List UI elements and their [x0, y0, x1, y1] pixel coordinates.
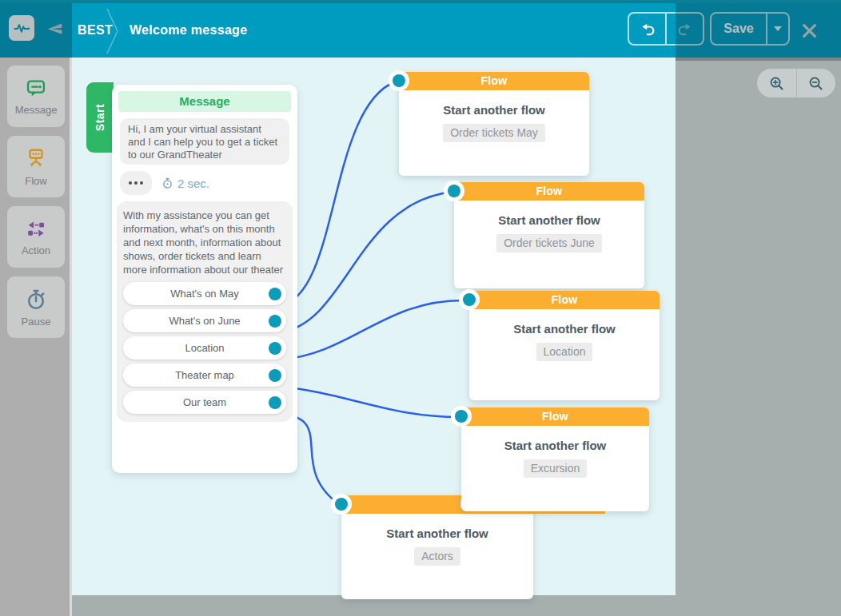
wire-whats-on-may: [281, 81, 396, 305]
input-port[interactable]: [451, 406, 472, 427]
typing-indicator: [120, 171, 152, 195]
flow-node-order-tickets-june[interactable]: Flow Start another flow Order tickets Ju…: [454, 182, 644, 288]
action-arrows-icon: [24, 218, 48, 240]
delay-stopwatch-icon: [161, 177, 173, 190]
flow-node-order-tickets-may[interactable]: Flow Start another flow Order tickets Ma…: [399, 72, 589, 176]
top-bar: BEST Welcome message Save: [0, 0, 841, 58]
undo-button[interactable]: [629, 14, 665, 44]
delay-row: 2 sec.: [120, 171, 289, 195]
flow-node-title: Start another flow: [469, 322, 660, 336]
page-title: Welcome message: [130, 3, 247, 58]
palette-item-pause[interactable]: Pause: [7, 276, 65, 338]
save-button[interactable]: Save: [711, 14, 766, 44]
flow-editor: BEST Welcome message Save: [0, 0, 841, 616]
wire-theater-map: [281, 387, 460, 417]
quick-reply-whats-on-june[interactable]: What's on June: [123, 309, 286, 332]
flow-node-excursion[interactable]: Flow Start another flow Excursion: [461, 407, 649, 511]
stopwatch-icon: [24, 288, 48, 312]
input-port[interactable]: [389, 70, 409, 91]
input-port[interactable]: [444, 181, 464, 201]
flow-target-chip: Location: [536, 343, 593, 361]
connector-port[interactable]: [269, 288, 281, 300]
delay-value: 2 sec.: [177, 177, 209, 190]
quick-reply-whats-on-may[interactable]: What's on May: [123, 282, 286, 305]
flow-target-chip: Excursion: [524, 459, 587, 478]
flow-target-chip: Order tickets June: [496, 234, 602, 252]
zoom-in-button[interactable]: [757, 69, 796, 97]
palette-item-label: Pause: [22, 316, 51, 328]
input-port[interactable]: [331, 494, 352, 515]
flow-node-location[interactable]: Flow Start another flow Location: [469, 291, 660, 400]
app-logo[interactable]: [9, 15, 34, 41]
redo-button[interactable]: [667, 14, 703, 44]
message-block: With my assistance you can get informati…: [117, 201, 293, 422]
palette-item-flow[interactable]: Flow: [7, 136, 65, 197]
save-group: Save: [710, 12, 790, 46]
quick-reply-location[interactable]: Location: [123, 336, 286, 360]
start-tab: Start: [86, 82, 114, 153]
pulse-icon: [13, 19, 30, 37]
undo-redo-group: [628, 12, 704, 46]
flow-split-icon: [24, 147, 48, 171]
undo-icon: [640, 21, 656, 37]
quick-reply-our-team[interactable]: Our team: [123, 391, 286, 414]
zoom-in-icon: [769, 76, 784, 91]
message-node[interactable]: Message Hi, I am your virtual assistant …: [112, 85, 297, 473]
message-node-header: Message: [118, 91, 291, 112]
flow-node-title: Start another flow: [454, 213, 644, 227]
connector-port[interactable]: [269, 342, 281, 355]
wire-location: [281, 300, 468, 360]
zoom-controls: [757, 69, 835, 97]
flow-target-chip: Actors: [414, 547, 460, 566]
connector-port[interactable]: [269, 315, 281, 328]
quick-reply-theater-map[interactable]: Theater map: [123, 364, 286, 387]
palette-item-action[interactable]: Action: [7, 206, 65, 268]
save-dropdown-button[interactable]: [767, 14, 788, 44]
node-palette: Message Flow Action: [0, 58, 72, 616]
palette-item-message[interactable]: Message: [7, 66, 65, 127]
flow-target-chip: Order tickets May: [443, 124, 545, 142]
flow-node-title: Start another flow: [461, 439, 649, 452]
input-port[interactable]: [459, 289, 480, 310]
palette-item-label: Action: [22, 244, 50, 256]
redo-icon: [677, 21, 693, 37]
connector-port[interactable]: [269, 396, 281, 409]
flow-node-title: Start another flow: [341, 527, 533, 540]
close-button[interactable]: [801, 22, 818, 42]
breadcrumb-chevron: [105, 3, 122, 61]
text-bubble: Hi, I am your virtual assistant and I ca…: [120, 118, 289, 165]
message-bubble-icon: [24, 77, 48, 100]
palette-item-label: Flow: [25, 175, 46, 187]
flow-node-title: Start another flow: [399, 103, 589, 117]
zoom-out-icon: [808, 76, 823, 91]
chevron-down-icon: [774, 26, 782, 31]
palette-item-label: Message: [15, 104, 58, 116]
text-bubble: With my assistance you can get informati…: [123, 209, 286, 276]
connector-port[interactable]: [269, 369, 281, 382]
wire-whats-on-june: [281, 192, 452, 332]
telegram-plane-icon: [46, 22, 64, 38]
zoom-out-button[interactable]: [797, 69, 836, 97]
close-icon: [801, 22, 818, 39]
flow-canvas[interactable]: Start Message Hi, I am your virtual assi…: [72, 58, 676, 595]
